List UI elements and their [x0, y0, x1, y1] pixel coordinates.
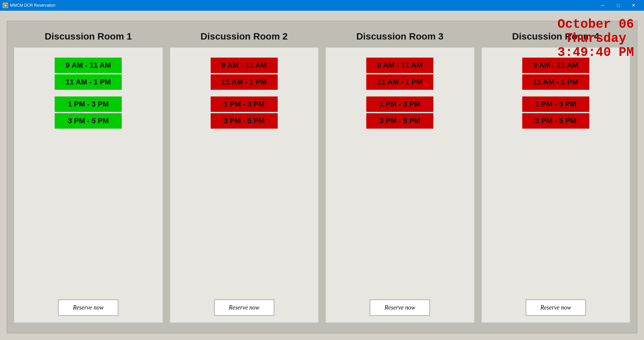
room-column-3: Discussion Room 39 AM - 11 AM11 AM - 1 P… — [325, 31, 475, 323]
reserve-button-1[interactable]: Reserve now — [58, 299, 118, 316]
time-slot-3-1: 9 AM - 11 AM — [366, 58, 433, 73]
room-column-1: Discussion Room 19 AM - 11 AM11 AM - 1 P… — [14, 31, 163, 323]
room-card-1: 9 AM - 11 AM11 AM - 1 PM1 PM - 3 PM3 PM … — [14, 47, 163, 323]
reserve-button-4[interactable]: Reserve now — [526, 299, 586, 316]
room-title-3: Discussion Room 3 — [356, 31, 443, 42]
reserve-button-3[interactable]: Reserve now — [370, 299, 430, 316]
content-panel: Discussion Room 19 AM - 11 AM11 AM - 1 P… — [7, 21, 637, 333]
room-card-3: 9 AM - 11 AM11 AM - 1 PM1 PM - 3 PM3 PM … — [325, 47, 475, 323]
time-slot-4-2: 11 AM - 1 PM — [522, 74, 589, 90]
title-bar: 🔲 MMCM DCR Reservation ─ □ ✕ — [0, 0, 644, 11]
date-label: October 06 — [557, 17, 634, 31]
rooms-grid: Discussion Room 19 AM - 11 AM11 AM - 1 P… — [14, 31, 630, 323]
slot-group-morning-3: 9 AM - 11 AM11 AM - 1 PM — [366, 58, 433, 91]
day-label: Thursday — [557, 31, 634, 46]
window-controls: ─ □ ✕ — [595, 0, 641, 11]
room-column-4: Discussion Room 49 AM - 11 AM11 AM - 1 P… — [481, 31, 631, 323]
room-title-1: Discussion Room 1 — [45, 31, 132, 42]
time-slot-4-1: 9 AM - 11 AM — [522, 58, 589, 73]
time-slot-3-2: 11 AM - 1 PM — [366, 74, 433, 90]
time-slot-4-4: 3 PM - 5 PM — [522, 113, 589, 129]
slot-group-afternoon-4: 1 PM - 3 PM3 PM - 5 PM — [522, 96, 589, 130]
main-area: October 06 Thursday 3:49:40 PM Discussio… — [0, 11, 644, 340]
app-icon: 🔲 — [3, 3, 8, 8]
room-column-2: Discussion Room 29 AM - 11 AM11 AM - 1 P… — [170, 31, 319, 323]
time-label: 3:49:40 PM — [557, 46, 634, 60]
time-slot-3-4: 3 PM - 5 PM — [366, 113, 433, 129]
slot-group-morning-2: 9 AM - 11 AM11 AM - 1 PM — [211, 58, 278, 91]
reserve-button-2[interactable]: Reserve now — [214, 299, 274, 316]
time-slot-1-4: 3 PM - 5 PM — [55, 113, 122, 129]
slot-group-afternoon-3: 1 PM - 3 PM3 PM - 5 PM — [366, 96, 433, 130]
restore-button[interactable]: □ — [610, 0, 626, 11]
slot-group-afternoon-2: 1 PM - 3 PM3 PM - 5 PM — [211, 96, 278, 130]
time-slot-1-3: 1 PM - 3 PM — [55, 96, 122, 112]
time-slot-2-3: 1 PM - 3 PM — [211, 96, 278, 112]
datetime-display: October 06 Thursday 3:49:40 PM — [557, 17, 634, 59]
time-slot-1-1: 9 AM - 11 AM — [55, 58, 122, 73]
app-title: MMCM DCR Reservation — [10, 3, 595, 8]
slot-group-morning-1: 9 AM - 11 AM11 AM - 1 PM — [55, 58, 122, 91]
room-card-4: 9 AM - 11 AM11 AM - 1 PM1 PM - 3 PM3 PM … — [481, 47, 631, 323]
close-button[interactable]: ✕ — [626, 0, 641, 11]
time-slot-4-3: 1 PM - 3 PM — [522, 96, 589, 112]
room-card-2: 9 AM - 11 AM11 AM - 1 PM1 PM - 3 PM3 PM … — [170, 47, 319, 323]
time-slot-2-1: 9 AM - 11 AM — [211, 58, 278, 73]
time-slot-2-4: 3 PM - 5 PM — [211, 113, 278, 129]
time-slot-2-2: 11 AM - 1 PM — [211, 74, 278, 90]
time-slot-3-3: 1 PM - 3 PM — [366, 96, 433, 112]
slot-group-afternoon-1: 1 PM - 3 PM3 PM - 5 PM — [55, 96, 122, 130]
room-title-2: Discussion Room 2 — [201, 31, 288, 42]
slot-group-morning-4: 9 AM - 11 AM11 AM - 1 PM — [522, 58, 589, 91]
time-slot-1-2: 11 AM - 1 PM — [55, 74, 122, 90]
minimize-button[interactable]: ─ — [595, 0, 610, 11]
